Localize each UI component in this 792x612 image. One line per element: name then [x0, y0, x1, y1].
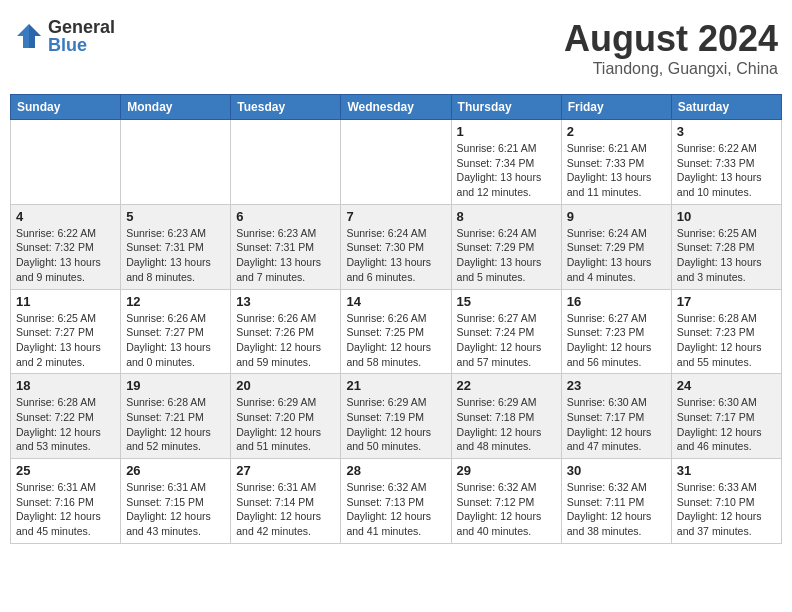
day-cell: 24Sunrise: 6:30 AMSunset: 7:17 PMDayligh…: [671, 374, 781, 459]
day-number: 8: [457, 209, 556, 224]
title-block: August 2024 Tiandong, Guangxi, China: [564, 18, 778, 78]
day-info: Sunrise: 6:33 AMSunset: 7:10 PMDaylight:…: [677, 480, 776, 539]
day-cell: 28Sunrise: 6:32 AMSunset: 7:13 PMDayligh…: [341, 459, 451, 544]
day-number: 30: [567, 463, 666, 478]
day-number: 2: [567, 124, 666, 139]
day-info: Sunrise: 6:27 AMSunset: 7:24 PMDaylight:…: [457, 311, 556, 370]
day-info: Sunrise: 6:23 AMSunset: 7:31 PMDaylight:…: [126, 226, 225, 285]
day-cell: 26Sunrise: 6:31 AMSunset: 7:15 PMDayligh…: [121, 459, 231, 544]
day-header-tuesday: Tuesday: [231, 95, 341, 120]
day-cell: 2Sunrise: 6:21 AMSunset: 7:33 PMDaylight…: [561, 120, 671, 205]
day-number: 15: [457, 294, 556, 309]
day-cell: 31Sunrise: 6:33 AMSunset: 7:10 PMDayligh…: [671, 459, 781, 544]
day-info: Sunrise: 6:28 AMSunset: 7:21 PMDaylight:…: [126, 395, 225, 454]
day-number: 5: [126, 209, 225, 224]
day-info: Sunrise: 6:28 AMSunset: 7:23 PMDaylight:…: [677, 311, 776, 370]
day-info: Sunrise: 6:28 AMSunset: 7:22 PMDaylight:…: [16, 395, 115, 454]
day-cell: 21Sunrise: 6:29 AMSunset: 7:19 PMDayligh…: [341, 374, 451, 459]
day-cell: [231, 120, 341, 205]
day-cell: 5Sunrise: 6:23 AMSunset: 7:31 PMDaylight…: [121, 204, 231, 289]
day-cell: [121, 120, 231, 205]
logo-text: General Blue: [48, 18, 115, 54]
day-header-friday: Friday: [561, 95, 671, 120]
day-cell: 14Sunrise: 6:26 AMSunset: 7:25 PMDayligh…: [341, 289, 451, 374]
day-number: 6: [236, 209, 335, 224]
day-info: Sunrise: 6:29 AMSunset: 7:20 PMDaylight:…: [236, 395, 335, 454]
day-cell: 25Sunrise: 6:31 AMSunset: 7:16 PMDayligh…: [11, 459, 121, 544]
day-cell: 29Sunrise: 6:32 AMSunset: 7:12 PMDayligh…: [451, 459, 561, 544]
day-cell: 17Sunrise: 6:28 AMSunset: 7:23 PMDayligh…: [671, 289, 781, 374]
day-number: 22: [457, 378, 556, 393]
day-number: 21: [346, 378, 445, 393]
day-number: 9: [567, 209, 666, 224]
day-info: Sunrise: 6:31 AMSunset: 7:16 PMDaylight:…: [16, 480, 115, 539]
day-number: 26: [126, 463, 225, 478]
day-number: 25: [16, 463, 115, 478]
day-number: 17: [677, 294, 776, 309]
day-info: Sunrise: 6:30 AMSunset: 7:17 PMDaylight:…: [567, 395, 666, 454]
day-number: 18: [16, 378, 115, 393]
day-cell: [341, 120, 451, 205]
day-number: 14: [346, 294, 445, 309]
day-cell: [11, 120, 121, 205]
day-cell: 9Sunrise: 6:24 AMSunset: 7:29 PMDaylight…: [561, 204, 671, 289]
day-cell: 8Sunrise: 6:24 AMSunset: 7:29 PMDaylight…: [451, 204, 561, 289]
day-cell: 30Sunrise: 6:32 AMSunset: 7:11 PMDayligh…: [561, 459, 671, 544]
day-cell: 1Sunrise: 6:21 AMSunset: 7:34 PMDaylight…: [451, 120, 561, 205]
day-info: Sunrise: 6:24 AMSunset: 7:29 PMDaylight:…: [457, 226, 556, 285]
day-cell: 3Sunrise: 6:22 AMSunset: 7:33 PMDaylight…: [671, 120, 781, 205]
day-info: Sunrise: 6:32 AMSunset: 7:12 PMDaylight:…: [457, 480, 556, 539]
day-number: 29: [457, 463, 556, 478]
week-row-2: 4Sunrise: 6:22 AMSunset: 7:32 PMDaylight…: [11, 204, 782, 289]
day-info: Sunrise: 6:26 AMSunset: 7:26 PMDaylight:…: [236, 311, 335, 370]
day-header-saturday: Saturday: [671, 95, 781, 120]
day-info: Sunrise: 6:30 AMSunset: 7:17 PMDaylight:…: [677, 395, 776, 454]
day-info: Sunrise: 6:31 AMSunset: 7:15 PMDaylight:…: [126, 480, 225, 539]
week-row-5: 25Sunrise: 6:31 AMSunset: 7:16 PMDayligh…: [11, 459, 782, 544]
logo-icon: [14, 21, 44, 51]
day-info: Sunrise: 6:29 AMSunset: 7:18 PMDaylight:…: [457, 395, 556, 454]
day-number: 28: [346, 463, 445, 478]
day-number: 1: [457, 124, 556, 139]
location: Tiandong, Guangxi, China: [564, 60, 778, 78]
logo: General Blue: [14, 18, 115, 54]
day-info: Sunrise: 6:31 AMSunset: 7:14 PMDaylight:…: [236, 480, 335, 539]
day-cell: 18Sunrise: 6:28 AMSunset: 7:22 PMDayligh…: [11, 374, 121, 459]
day-number: 27: [236, 463, 335, 478]
day-cell: 6Sunrise: 6:23 AMSunset: 7:31 PMDaylight…: [231, 204, 341, 289]
day-info: Sunrise: 6:29 AMSunset: 7:19 PMDaylight:…: [346, 395, 445, 454]
month-year: August 2024: [564, 18, 778, 60]
day-number: 16: [567, 294, 666, 309]
day-number: 20: [236, 378, 335, 393]
day-header-wednesday: Wednesday: [341, 95, 451, 120]
day-info: Sunrise: 6:21 AMSunset: 7:33 PMDaylight:…: [567, 141, 666, 200]
day-cell: 20Sunrise: 6:29 AMSunset: 7:20 PMDayligh…: [231, 374, 341, 459]
day-cell: 4Sunrise: 6:22 AMSunset: 7:32 PMDaylight…: [11, 204, 121, 289]
day-info: Sunrise: 6:21 AMSunset: 7:34 PMDaylight:…: [457, 141, 556, 200]
week-row-4: 18Sunrise: 6:28 AMSunset: 7:22 PMDayligh…: [11, 374, 782, 459]
day-number: 4: [16, 209, 115, 224]
day-header-sunday: Sunday: [11, 95, 121, 120]
day-info: Sunrise: 6:23 AMSunset: 7:31 PMDaylight:…: [236, 226, 335, 285]
day-info: Sunrise: 6:24 AMSunset: 7:30 PMDaylight:…: [346, 226, 445, 285]
day-number: 13: [236, 294, 335, 309]
day-info: Sunrise: 6:26 AMSunset: 7:25 PMDaylight:…: [346, 311, 445, 370]
day-info: Sunrise: 6:27 AMSunset: 7:23 PMDaylight:…: [567, 311, 666, 370]
day-info: Sunrise: 6:22 AMSunset: 7:32 PMDaylight:…: [16, 226, 115, 285]
day-cell: 12Sunrise: 6:26 AMSunset: 7:27 PMDayligh…: [121, 289, 231, 374]
page-header: General Blue August 2024 Tiandong, Guang…: [10, 10, 782, 86]
day-cell: 15Sunrise: 6:27 AMSunset: 7:24 PMDayligh…: [451, 289, 561, 374]
day-number: 19: [126, 378, 225, 393]
day-info: Sunrise: 6:25 AMSunset: 7:27 PMDaylight:…: [16, 311, 115, 370]
day-info: Sunrise: 6:32 AMSunset: 7:11 PMDaylight:…: [567, 480, 666, 539]
day-cell: 11Sunrise: 6:25 AMSunset: 7:27 PMDayligh…: [11, 289, 121, 374]
day-cell: 23Sunrise: 6:30 AMSunset: 7:17 PMDayligh…: [561, 374, 671, 459]
day-cell: 19Sunrise: 6:28 AMSunset: 7:21 PMDayligh…: [121, 374, 231, 459]
day-headers: SundayMondayTuesdayWednesdayThursdayFrid…: [11, 95, 782, 120]
day-cell: 22Sunrise: 6:29 AMSunset: 7:18 PMDayligh…: [451, 374, 561, 459]
day-number: 11: [16, 294, 115, 309]
logo-blue: Blue: [48, 36, 115, 54]
day-cell: 27Sunrise: 6:31 AMSunset: 7:14 PMDayligh…: [231, 459, 341, 544]
day-number: 24: [677, 378, 776, 393]
day-info: Sunrise: 6:32 AMSunset: 7:13 PMDaylight:…: [346, 480, 445, 539]
